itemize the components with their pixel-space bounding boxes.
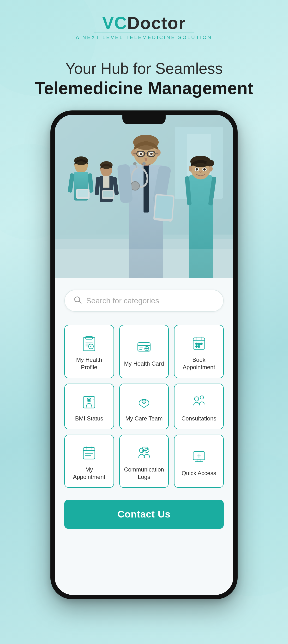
feature-grid: + My Health Profile xyxy=(64,325,224,488)
tile-quick-access[interactable]: Quick Access xyxy=(174,434,224,488)
svg-point-86 xyxy=(88,399,90,401)
logo-underline xyxy=(94,32,194,33)
tile-care-team[interactable]: My Care Team xyxy=(119,384,169,429)
svg-point-79 xyxy=(196,343,198,345)
phone-inner: Search for categories xyxy=(55,115,233,595)
health-card-icon xyxy=(135,338,153,356)
hero-subtitle: Your Hub for Seamless xyxy=(19,60,269,78)
communication-icon xyxy=(135,444,153,462)
svg-point-89 xyxy=(194,397,199,401)
search-bar[interactable]: Search for categories xyxy=(64,290,224,312)
tile-health-card-label: My Health Card xyxy=(124,360,164,367)
logo-vc: VC xyxy=(102,14,127,32)
tile-quick-access-label: Quick Access xyxy=(182,469,216,477)
appointment-icon xyxy=(80,444,98,462)
logo-tagline: A NEXT LEVEL TELEMEDICINE SOLUTION xyxy=(76,35,212,40)
svg-rect-58 xyxy=(55,249,233,278)
care-team-icon xyxy=(135,393,153,410)
tile-health-profile-label: My Health Profile xyxy=(69,356,109,371)
header: VC Doctor A NEXT LEVEL TELEMEDICINE SOLU… xyxy=(0,0,288,48)
search-icon xyxy=(73,296,82,306)
phone-hero-image xyxy=(55,115,233,278)
tile-appointment-label: My Appointment xyxy=(69,466,109,480)
phone-notch xyxy=(122,115,166,124)
svg-point-83 xyxy=(198,346,200,348)
svg-line-60 xyxy=(79,302,81,303)
tile-appointment[interactable]: My Appointment xyxy=(64,434,114,488)
tile-book-appointment[interactable]: Book Appointment xyxy=(174,325,224,378)
svg-text:+: + xyxy=(90,345,91,348)
quick-access-icon xyxy=(190,448,208,465)
health-profile-icon: + xyxy=(80,334,98,352)
contact-us-button[interactable]: Contact Us xyxy=(64,500,224,529)
tile-care-team-label: My Care Team xyxy=(125,415,163,422)
logo: VC Doctor A NEXT LEVEL TELEMEDICINE SOLU… xyxy=(76,14,212,40)
tile-consultations[interactable]: Consultations xyxy=(174,384,224,429)
svg-point-80 xyxy=(198,343,200,345)
tile-communication[interactable]: Communication Logs xyxy=(119,434,169,488)
svg-point-90 xyxy=(200,396,204,399)
tile-bmi[interactable]: BMI Status xyxy=(64,384,114,429)
tile-health-profile[interactable]: + My Health Profile xyxy=(64,325,114,378)
tile-communication-label: Communication Logs xyxy=(124,466,164,480)
book-appointment-icon xyxy=(190,334,208,352)
bmi-icon xyxy=(80,393,98,410)
phone-mockup: Search for categories xyxy=(50,110,238,599)
phone-frame: Search for categories xyxy=(50,110,238,599)
hero-title: Telemedicine Management xyxy=(19,78,269,98)
svg-point-82 xyxy=(196,346,198,348)
tile-bmi-label: BMI Status xyxy=(75,415,103,422)
tile-health-card[interactable]: My Health Card xyxy=(119,325,169,378)
phone-content: Search for categories xyxy=(55,278,233,595)
tile-book-appointment-label: Book Appointment xyxy=(179,356,219,371)
tile-consultations-label: Consultations xyxy=(181,415,216,422)
svg-rect-62 xyxy=(86,336,92,339)
logo-doctor: Doctor xyxy=(127,14,186,32)
hero-section: Your Hub for Seamless Telemedicine Manag… xyxy=(0,48,288,106)
svg-point-81 xyxy=(200,343,202,345)
search-placeholder: Search for categories xyxy=(86,296,159,305)
consultations-icon xyxy=(190,393,208,410)
